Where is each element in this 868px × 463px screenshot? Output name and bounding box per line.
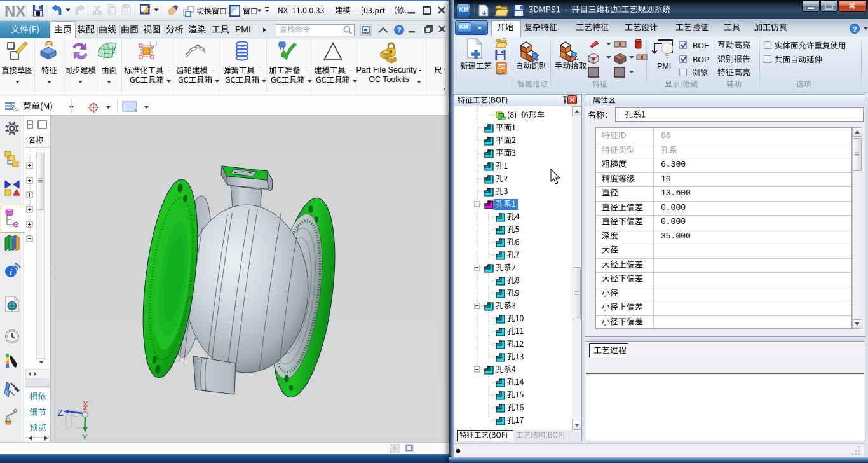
svg-text:Y: Y <box>82 433 88 442</box>
svg-text:i: i <box>10 267 12 277</box>
svg-text:?: ? <box>852 25 857 33</box>
svg-text:Z: Z <box>57 407 63 418</box>
svg-text:?: ? <box>397 26 402 34</box>
svg-text:X: X <box>83 399 88 409</box>
svg-text:UG: UG <box>498 64 505 69</box>
